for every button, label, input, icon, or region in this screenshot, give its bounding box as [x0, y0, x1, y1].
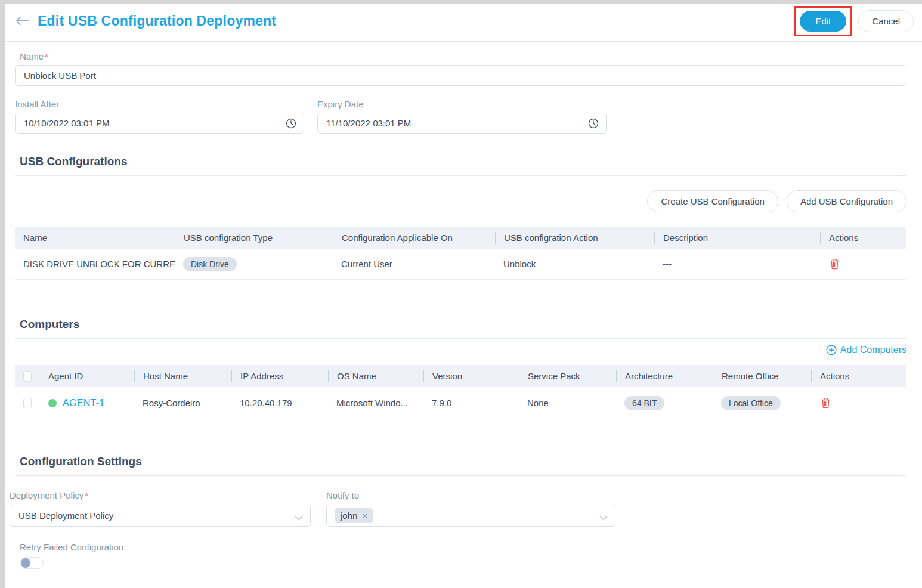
host-name-cell: Rosy-Cordeiro	[134, 398, 231, 408]
architecture-badge: 64 BIT	[624, 396, 664, 410]
notify-recipient-chip: john ×	[335, 508, 373, 523]
clock-icon[interactable]	[588, 118, 599, 131]
column-header-agent-id: Agent ID	[40, 370, 134, 382]
os-name-cell: Microsoft Windo...	[328, 398, 423, 408]
clock-icon[interactable]	[286, 118, 296, 131]
column-header-usb-configration-action: USB configration Action	[495, 232, 654, 244]
usb-config-description: ---	[654, 259, 820, 269]
column-header-host-name: Host Name	[134, 370, 231, 382]
notify-to-label: Notify to	[326, 490, 615, 500]
page-title: Edit USB Configuration Deployment	[38, 13, 276, 29]
header-actions: Edit Cancel	[794, 6, 914, 36]
chevron-down-icon	[295, 512, 303, 522]
name-input[interactable]	[15, 65, 906, 86]
column-header-version: Version	[423, 370, 519, 382]
computers-section-divider	[15, 338, 906, 339]
install-after-field	[15, 113, 304, 134]
column-header-ip-address: IP Address	[231, 370, 328, 382]
add-computers-label: Add Computers	[840, 345, 906, 355]
agent-id-link[interactable]: AGENT-1	[63, 398, 105, 408]
column-header-usb-configration-type: USB configration Type	[175, 232, 333, 244]
expiry-date-input[interactable]	[318, 118, 606, 128]
settings-row: Deployment Policy* USB Deployment Policy…	[10, 490, 906, 527]
usb-config-applicable-on: Current User	[333, 259, 495, 269]
notify-to-multiselect[interactable]: john ×	[326, 505, 615, 527]
usb-config-action: Unblock	[495, 259, 654, 269]
column-header-description: Description	[654, 232, 820, 244]
cancel-button[interactable]: Cancel	[858, 10, 914, 32]
install-after-input[interactable]	[16, 118, 304, 128]
service-pack-cell: None	[519, 398, 616, 408]
column-header-service-pack: Service Pack	[519, 370, 616, 382]
expiry-date-label: Expiry Date	[317, 99, 607, 109]
usb-table-header: Name USB configration Type Configuration…	[15, 227, 906, 249]
select-all-checkbox[interactable]	[23, 371, 32, 382]
usb-config-type-badge: Disk Drive	[183, 257, 237, 271]
column-header-actions: Actions	[820, 232, 906, 244]
usb-configurations-table: Name USB configration Type Configuration…	[15, 227, 906, 280]
install-after-label: Install After	[15, 99, 304, 109]
configuration-settings-heading: Configuration Settings	[20, 455, 906, 468]
edit-button[interactable]: Edit	[800, 11, 846, 32]
name-label: Name*	[20, 51, 906, 61]
page-header: Edit USB Configuration Deployment Edit C…	[15, 4, 922, 38]
plus-circle-icon	[826, 345, 837, 355]
online-status-dot	[48, 399, 57, 407]
chevron-down-icon	[599, 512, 608, 522]
column-header-remote-office: Remote Office	[713, 370, 811, 382]
add-usb-configuration-button[interactable]: Add USB Configuration	[787, 190, 906, 212]
back-arrow-icon[interactable]	[15, 16, 29, 26]
usb-section-divider	[15, 175, 906, 176]
computers-table-header: Agent ID Host Name IP Address OS Name Ve…	[15, 365, 906, 387]
ip-address-cell: 10.20.40.179	[231, 398, 328, 408]
column-header-architecture: Architecture	[616, 370, 713, 382]
column-header-name: Name	[15, 232, 175, 244]
usb-configuration-row: DISK DRIVE UNBLOCK FOR CURRE... Disk Dri…	[15, 249, 906, 280]
deployment-policy-label: Deployment Policy*	[10, 490, 311, 500]
remote-office-badge: Local Office	[721, 396, 781, 410]
column-header-actions: Actions	[811, 370, 906, 382]
dates-row: Install After Expiry Date	[15, 99, 906, 134]
notify-to-group: Notify to john ×	[326, 490, 615, 527]
create-usb-configuration-button[interactable]: Create USB Configuration	[647, 190, 778, 212]
deployment-policy-value: USB Deployment Policy	[18, 510, 113, 521]
column-header-configuration-applicable-on: Configuration Applicable On	[333, 232, 495, 244]
edit-highlight-annotation: Edit	[794, 6, 852, 36]
delete-computer-button[interactable]	[819, 396, 832, 410]
column-header-os-name: OS Name	[328, 370, 423, 382]
usb-configurations-heading: USB Configurations	[20, 155, 906, 168]
version-cell: 7.9.0	[423, 398, 519, 408]
expiry-date-group: Expiry Date	[317, 99, 607, 134]
notify-recipient-name: john	[341, 510, 357, 521]
page-card: Edit USB Configuration Deployment Edit C…	[5, 4, 922, 588]
configuration-settings-divider	[15, 475, 906, 476]
required-asterisk: *	[85, 490, 88, 500]
deployment-policy-group: Deployment Policy* USB Deployment Policy	[10, 490, 311, 527]
required-asterisk: *	[45, 51, 48, 61]
toggle-knob	[21, 558, 30, 568]
computers-heading: Computers	[20, 318, 906, 331]
header-divider	[5, 41, 922, 42]
computers-table: Agent ID Host Name IP Address OS Name Ve…	[15, 365, 906, 419]
row-checkbox[interactable]	[23, 398, 32, 408]
deployment-policy-select[interactable]: USB Deployment Policy	[10, 505, 311, 527]
usb-config-name: DISK DRIVE UNBLOCK FOR CURRE...	[15, 259, 175, 269]
retry-failed-configuration-toggle[interactable]	[20, 557, 44, 569]
bottom-divider	[15, 580, 906, 580]
add-computers-link[interactable]: Add Computers	[826, 345, 906, 355]
expiry-date-field	[317, 113, 607, 134]
install-after-group: Install After	[15, 99, 304, 134]
computer-row: AGENT-1 Rosy-Cordeiro 10.20.40.179 Micro…	[15, 387, 906, 419]
delete-usb-configuration-button[interactable]	[828, 257, 841, 271]
close-icon[interactable]: ×	[362, 511, 367, 520]
usb-table-actions: Create USB Configuration Add USB Configu…	[15, 190, 906, 212]
retry-failed-configuration-label: Retry Failed Configuration	[20, 542, 906, 552]
